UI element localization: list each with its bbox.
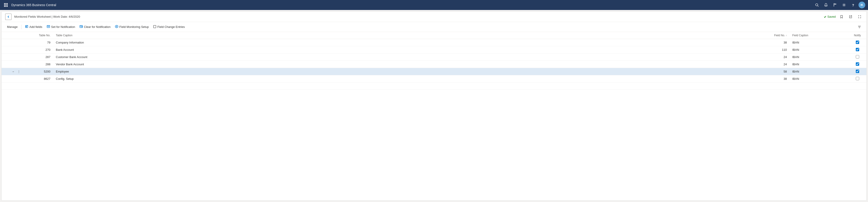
col-header-notify: Notify	[848, 32, 866, 39]
field-monitoring-label: Field Monitoring Setup	[119, 25, 149, 29]
row-field-no	[763, 82, 789, 90]
svg-point-13	[844, 4, 845, 6]
flag-icon[interactable]	[831, 1, 839, 9]
row-field-no: 38	[763, 39, 789, 46]
add-fields-icon	[25, 25, 28, 29]
col-header-field-caption[interactable]: Field Caption	[789, 32, 848, 39]
svg-rect-15	[47, 25, 50, 28]
svg-rect-6	[4, 6, 5, 7]
svg-rect-8	[7, 6, 8, 7]
col-header-dots	[16, 32, 22, 39]
row-context-menu	[16, 82, 22, 90]
row-field-caption: IBAN	[789, 61, 848, 68]
row-notify-cell	[848, 46, 866, 53]
row-selector-cell	[2, 46, 11, 53]
expand-icon[interactable]	[857, 14, 863, 20]
col-header-selector	[2, 32, 11, 39]
bookmark-icon[interactable]	[838, 14, 845, 20]
row-field-caption	[789, 82, 848, 90]
svg-rect-2	[7, 3, 8, 4]
field-change-icon	[153, 25, 156, 29]
row-selector-cell	[2, 39, 11, 46]
field-monitoring-icon	[115, 25, 118, 29]
notify-checkbox[interactable]	[856, 62, 859, 66]
row-table-no: 287	[22, 53, 53, 61]
page-wrapper: Monitored Fields Worksheet | Work Date: …	[1, 11, 867, 201]
waffle-icon[interactable]	[3, 2, 9, 8]
notify-checkbox[interactable]	[856, 77, 859, 80]
add-fields-button[interactable]: Add fields	[23, 24, 44, 30]
row-selector-cell	[2, 61, 11, 68]
row-field-caption: IBAN	[789, 39, 848, 46]
manage-label: Manage	[7, 25, 18, 29]
topbar: Dynamics 365 Business Central	[0, 0, 868, 10]
set-for-notification-button[interactable]: Set for Notification	[45, 24, 77, 30]
row-table-caption: Bank Account	[53, 46, 763, 53]
notify-checkbox[interactable]	[856, 70, 859, 73]
toolbar: Manage Add fields Set for Notification	[2, 22, 866, 32]
row-context-menu	[16, 75, 22, 82]
page-title: Monitored Fields Worksheet | Work Date: …	[14, 15, 824, 18]
row-arrow	[11, 75, 16, 82]
row-notify-cell	[848, 75, 866, 82]
row-table-caption: Config. Setup	[53, 75, 763, 82]
notification-icon[interactable]	[822, 1, 830, 9]
svg-marker-23	[115, 25, 118, 28]
table-row: 287Customer Bank Account24IBAN	[2, 53, 866, 61]
page-header: Monitored Fields Worksheet | Work Date: …	[2, 11, 866, 22]
field-change-entries-button[interactable]: Field Change Entries	[151, 24, 186, 30]
col-header-table-no[interactable]: Table No.	[22, 32, 53, 39]
col-header-arrow	[11, 32, 16, 39]
svg-point-9	[815, 4, 818, 6]
row-notify-cell	[848, 82, 866, 90]
row-notify-cell	[848, 68, 866, 75]
row-field-caption: IBAN	[789, 53, 848, 61]
open-in-new-icon[interactable]	[847, 14, 854, 20]
row-field-no: 110	[763, 46, 789, 53]
settings-icon[interactable]	[840, 1, 848, 9]
row-context-menu	[16, 61, 22, 68]
set-notification-icon	[47, 25, 50, 29]
row-notify-cell	[848, 39, 866, 46]
row-arrow: →	[11, 68, 16, 75]
row-table-no: 5200	[22, 68, 53, 75]
table-row: 270Bank Account110IBAN	[2, 46, 866, 53]
row-arrow	[11, 82, 16, 90]
notify-checkbox[interactable]	[856, 48, 859, 51]
field-change-label: Field Change Entries	[157, 25, 185, 29]
manage-menu[interactable]: Manage	[5, 24, 20, 30]
row-table-caption: Vendor Bank Account	[53, 61, 763, 68]
col-header-table-caption[interactable]: Table Caption	[53, 32, 763, 39]
table-row: →⋮5200Employee58IBAN	[2, 68, 866, 75]
row-context-menu[interactable]: ⋮	[16, 68, 22, 75]
row-notify-cell	[848, 61, 866, 68]
help-icon[interactable]: ?	[849, 1, 857, 9]
row-arrow	[11, 53, 16, 61]
row-field-no: 24	[763, 53, 789, 61]
row-field-caption: IBAN	[789, 46, 848, 53]
row-selector-cell	[2, 68, 11, 75]
col-header-field-no[interactable]: Field No. ↑	[763, 32, 789, 39]
field-monitoring-setup-button[interactable]: Field Monitoring Setup	[113, 24, 151, 30]
svg-rect-3	[4, 4, 5, 5]
notify-checkbox[interactable]	[856, 55, 859, 58]
row-selector-cell	[2, 53, 11, 61]
svg-rect-4	[5, 4, 6, 5]
row-arrow	[11, 39, 16, 46]
topbar-icons: ? IK	[813, 1, 865, 9]
back-button[interactable]	[5, 14, 11, 20]
row-table-caption	[53, 82, 763, 90]
add-fields-label: Add fields	[29, 25, 42, 29]
clear-for-notification-button[interactable]: Clear for Notification	[78, 24, 112, 30]
notify-checkbox[interactable]	[856, 41, 859, 44]
row-table-no: 8627	[22, 75, 53, 82]
svg-point-24	[116, 26, 117, 27]
search-icon[interactable]	[813, 1, 820, 9]
row-field-no: 24	[763, 61, 789, 68]
filter-button[interactable]	[856, 24, 863, 30]
row-field-no: 38	[763, 75, 789, 82]
user-avatar[interactable]: IK	[859, 2, 865, 8]
svg-rect-0	[4, 3, 5, 4]
svg-rect-5	[7, 4, 8, 5]
table-row: 8627Config. Setup38IBAN	[2, 75, 866, 82]
